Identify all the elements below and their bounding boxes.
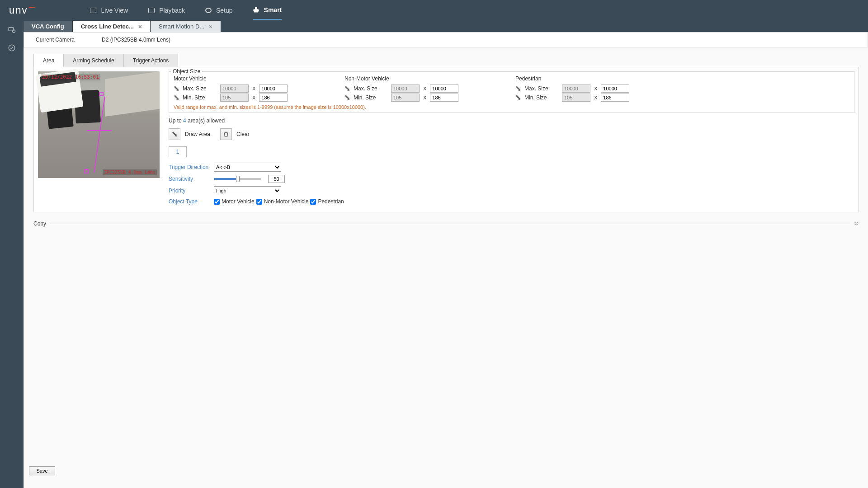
nav-playback[interactable]: Playback [148, 1, 185, 20]
nav-smart[interactable]: Smart [253, 1, 282, 20]
top-nav: unv Live View Playback Setup Smart [0, 0, 868, 21]
monitor-icon [90, 8, 96, 13]
playback-icon [148, 8, 155, 13]
nav-setup[interactable]: Setup [205, 1, 233, 20]
gear-icon [205, 8, 212, 13]
brand-logo: unv [9, 5, 36, 16]
nav-live-view[interactable]: Live View [90, 1, 128, 20]
smart-icon [253, 7, 259, 13]
